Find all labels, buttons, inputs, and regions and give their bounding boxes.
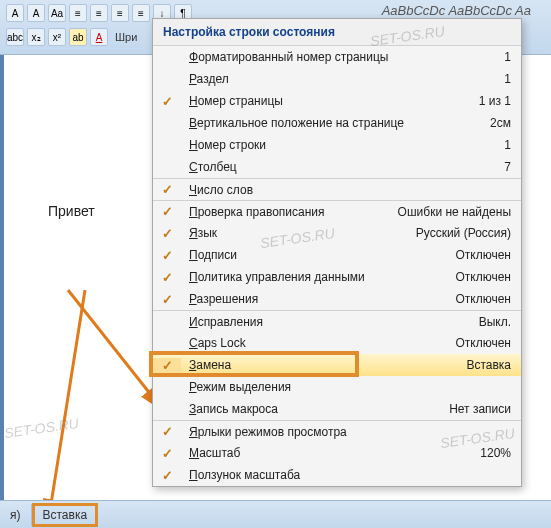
menu-item-value: 1: [504, 138, 521, 152]
menu-item[interactable]: ✓Номер страницы1 из 1: [153, 90, 521, 112]
menu-item-label: Подписи: [181, 248, 455, 262]
menu-item-label: Запись макроса: [181, 402, 449, 416]
checkmark-icon: ✓: [153, 292, 181, 307]
menu-item[interactable]: ✓Политика управления даннымиОтключен: [153, 266, 521, 288]
menu-item-value: 1: [504, 50, 521, 64]
menu-item-value: 7: [504, 160, 521, 174]
shrink-font-icon[interactable]: A: [27, 4, 45, 22]
svg-line-1: [48, 290, 85, 523]
checkmark-icon: ✓: [153, 424, 181, 439]
menu-item-label: Раздел: [181, 72, 504, 86]
checkmark-icon: ✓: [153, 94, 181, 109]
numbered-list-icon[interactable]: ≡: [90, 4, 108, 22]
menu-item-label: Разрешения: [181, 292, 455, 306]
font-group-label: Шри: [115, 31, 137, 43]
menu-item[interactable]: Номер строки1: [153, 134, 521, 156]
menu-item-label: Caps Lock: [181, 336, 455, 350]
menu-item-label: Политика управления данными: [181, 270, 455, 284]
sup-icon[interactable]: x²: [48, 28, 66, 46]
sub-icon[interactable]: x₂: [27, 28, 45, 46]
highlight-icon[interactable]: ab: [69, 28, 87, 46]
menu-item[interactable]: Caps LockОтключен: [153, 332, 521, 354]
menu-item-label: Режим выделения: [181, 380, 511, 394]
menu-item-value: Выкл.: [479, 315, 521, 329]
menu-item-label: Номер строки: [181, 138, 504, 152]
menu-item-value: Отключен: [455, 336, 521, 350]
menu-item[interactable]: ✓РазрешенияОтключен: [153, 288, 521, 310]
menu-item[interactable]: Форматированный номер страницы1: [153, 46, 521, 68]
page-edge: [0, 55, 4, 500]
menu-item-label: Замена: [181, 358, 466, 372]
grow-font-icon[interactable]: A: [6, 4, 24, 22]
checkmark-icon: ✓: [153, 270, 181, 285]
statusbar-insert-mode[interactable]: Вставка: [32, 503, 99, 527]
menu-item-value: Вставка: [466, 358, 521, 372]
checkmark-icon: ✓: [153, 248, 181, 263]
menu-item-label: Ползунок масштаба: [181, 468, 511, 482]
menu-item[interactable]: ✓ЗаменаВставка: [153, 354, 521, 376]
menu-item-label: Язык: [181, 226, 416, 240]
menu-item-label: Число слов: [181, 183, 511, 197]
status-bar: я) Вставка: [0, 500, 551, 528]
menu-item[interactable]: Столбец7: [153, 156, 521, 178]
menu-item-value: Ошибки не найдены: [398, 205, 521, 219]
menu-item-label: Масштаб: [181, 446, 480, 460]
checkmark-icon: ✓: [153, 204, 181, 219]
menu-item-label: Проверка правописания: [181, 205, 398, 219]
checkmark-icon: ✓: [153, 182, 181, 197]
menu-item-value: 120%: [480, 446, 521, 460]
document-text: Привет: [48, 203, 95, 219]
statusbar-config-menu: Настройка строки состояния Форматированн…: [152, 18, 522, 487]
menu-item[interactable]: ✓ПодписиОтключен: [153, 244, 521, 266]
menu-item-value: Отключен: [455, 292, 521, 306]
menu-item-value: Отключен: [455, 270, 521, 284]
statusbar-lang-fragment[interactable]: я): [0, 504, 32, 526]
menu-title: Настройка строки состояния: [153, 19, 521, 46]
menu-item-value: Нет записи: [449, 402, 521, 416]
font-color-icon[interactable]: A: [90, 28, 108, 46]
style-gallery[interactable]: AaBbCcDc AaBbCcDc Aa: [382, 3, 531, 18]
menu-item[interactable]: ИсправленияВыкл.: [153, 310, 521, 332]
menu-item[interactable]: ✓Ползунок масштаба: [153, 464, 521, 486]
checkmark-icon: ✓: [153, 446, 181, 461]
menu-item[interactable]: ✓ЯзыкРусский (Россия): [153, 222, 521, 244]
menu-item-value: 1: [504, 72, 521, 86]
menu-item-label: Форматированный номер страницы: [181, 50, 504, 64]
outdent-icon[interactable]: ≡: [132, 4, 150, 22]
menu-item-value: 2см: [490, 116, 521, 130]
menu-item[interactable]: Режим выделения: [153, 376, 521, 398]
checkmark-icon: ✓: [153, 226, 181, 241]
menu-item-label: Столбец: [181, 160, 504, 174]
menu-item-value: Отключен: [455, 248, 521, 262]
checkmark-icon: ✓: [153, 358, 181, 373]
menu-item[interactable]: ✓Ярлыки режимов просмотра: [153, 420, 521, 442]
clear-format-icon[interactable]: Aa: [48, 4, 66, 22]
menu-item[interactable]: ✓Проверка правописанияОшибки не найдены: [153, 200, 521, 222]
menu-item-label: Ярлыки режимов просмотра: [181, 425, 511, 439]
menu-item-value: Русский (Россия): [416, 226, 521, 240]
menu-item-value: 1 из 1: [479, 94, 521, 108]
list-icon[interactable]: ≡: [69, 4, 87, 22]
menu-item-label: Исправления: [181, 315, 479, 329]
menu-item[interactable]: Запись макросаНет записи: [153, 398, 521, 420]
menu-item[interactable]: ✓Масштаб120%: [153, 442, 521, 464]
menu-item[interactable]: ✓Число слов: [153, 178, 521, 200]
menu-item-label: Вертикальное положение на странице: [181, 116, 490, 130]
strike-icon[interactable]: abc: [6, 28, 24, 46]
menu-item-label: Номер страницы: [181, 94, 479, 108]
indent-icon[interactable]: ≡: [111, 4, 129, 22]
checkmark-icon: ✓: [153, 468, 181, 483]
menu-item[interactable]: Раздел1: [153, 68, 521, 90]
menu-item[interactable]: Вертикальное положение на странице2см: [153, 112, 521, 134]
annotation-arrow-2: [30, 285, 110, 528]
